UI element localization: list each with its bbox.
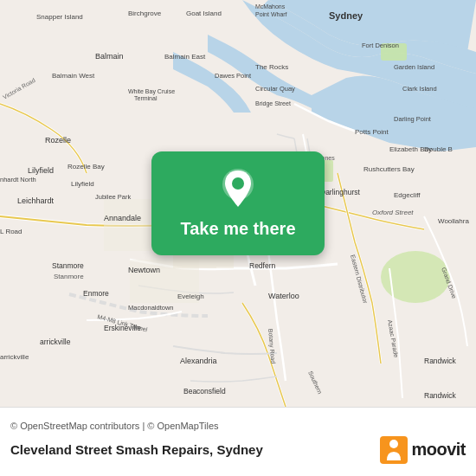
svg-text:nhardt North: nhardt North [0,176,36,183]
attribution-text: © OpenStreetMap contributors | © OpenMap… [10,421,466,431]
svg-text:Macdonaldtown: Macdonaldtown [128,304,174,312]
destination-row: Cleveland Street Smash Repairs, Sydney m… [10,436,466,464]
svg-text:Randwick: Randwick [424,391,457,400]
svg-text:Stanmore: Stanmore [52,261,84,270]
svg-text:Point Wharf: Point Wharf [255,11,287,17]
svg-text:Balmain: Balmain [95,52,124,61]
svg-text:Randwick: Randwick [424,357,457,365]
svg-text:Redfern: Redfern [249,261,276,270]
svg-text:Darlinghurst: Darlinghurst [320,188,360,196]
svg-text:Sydney: Sydney [329,10,363,21]
svg-text:Goat Island: Goat Island [186,10,222,17]
moovit-person-icon [380,436,408,464]
svg-text:L Road: L Road [0,228,23,235]
svg-point-71 [232,177,244,190]
svg-text:Double B: Double B [424,145,453,153]
svg-text:Beaconsfield: Beaconsfield [183,387,226,396]
take-me-there-button[interactable]: Take me there [151,151,325,255]
svg-text:Potts Point: Potts Point [355,128,389,136]
svg-text:Alexandria: Alexandria [180,357,217,365]
svg-text:arrickville: arrickville [40,338,71,346]
svg-text:Rushcutters Bay: Rushcutters Bay [363,165,415,173]
svg-text:Lilyfield: Lilyfield [71,180,94,188]
svg-text:Fort Denison: Fort Denison [362,42,399,49]
map-container: Snapper Island Goat Island McMahons Poin… [0,0,476,407]
svg-text:Stanmore: Stanmore [54,273,84,280]
svg-text:Dawes Point: Dawes Point [215,72,252,80]
svg-text:Birchgrove: Birchgrove [128,10,162,17]
svg-text:Oxford Street: Oxford Street [372,209,414,216]
destination-text: Cleveland Street Smash Repairs, Sydney [10,442,263,457]
svg-point-73 [389,440,398,448]
svg-text:Enmore: Enmore [83,289,109,298]
svg-text:Balmain West: Balmain West [52,72,95,80]
svg-text:Terminal: Terminal [134,95,158,101]
svg-text:Annandale: Annandale [104,214,141,222]
svg-text:Balmain East: Balmain East [164,53,206,61]
svg-text:Garden Island: Garden Island [394,63,434,71]
moovit-text: moovit [411,440,466,460]
svg-text:Darling Point: Darling Point [394,115,432,123]
svg-text:Eveleigh: Eveleigh [177,293,204,300]
svg-text:Leichhardt: Leichhardt [17,196,55,205]
svg-text:Bridge Street: Bridge Street [255,100,291,107]
footer: © OpenStreetMap contributors | © OpenMap… [0,407,476,476]
svg-text:White Bay Cruise: White Bay Cruise [128,88,175,95]
svg-text:McMahons: McMahons [255,3,286,10]
svg-text:Circular Quay: Circular Quay [255,85,295,93]
svg-text:Jubilee Park: Jubilee Park [95,193,132,201]
map-pin-icon [221,169,255,212]
take-me-there-label: Take me there [180,219,295,239]
svg-text:Rozelle Bay: Rozelle Bay [68,163,105,170]
svg-text:The Rocks: The Rocks [255,63,288,71]
svg-text:Woollahra: Woollahra [438,217,469,225]
svg-text:Rozelle: Rozelle [45,136,71,145]
svg-text:Clark Island: Clark Island [402,85,437,93]
svg-text:Snapper Island: Snapper Island [36,13,83,21]
svg-text:Newtown: Newtown [128,266,160,274]
svg-text:Lilyfield: Lilyfield [28,166,54,175]
svg-text:Edgecliff: Edgecliff [394,191,421,199]
svg-text:Waterloo: Waterloo [268,292,299,300]
svg-text:arrickville: arrickville [0,353,29,361]
moovit-logo: moovit [380,436,466,464]
